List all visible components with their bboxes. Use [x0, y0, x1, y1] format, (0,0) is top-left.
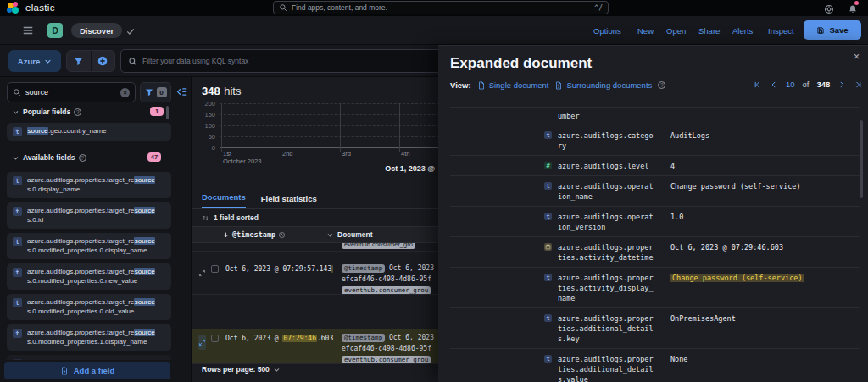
field-search-input[interactable] [25, 88, 102, 97]
row-timestamp: Oct 6, 2023 @ 07:29:57.143 [225, 265, 333, 273]
clear-search-icon[interactable]: × [120, 88, 130, 97]
rows-per-page-button[interactable]: Rows per page: 500 [202, 365, 281, 374]
add-field-button[interactable]: Add a field [4, 362, 170, 379]
popular-fields-header[interactable]: Popular fields ? [12, 108, 81, 116]
field-row-partial[interactable]: umber [450, 108, 860, 125]
tab-field-statistics[interactable]: Field statistics [261, 194, 317, 208]
first-page-icon[interactable] [754, 80, 762, 89]
field-row[interactable]: tazure.auditlogs.properties.additional_d… [450, 308, 860, 349]
next-page-icon[interactable] [837, 80, 846, 89]
field-item[interactable]: t azure.auditlogs.properties.target_reso… [7, 324, 171, 351]
alerts-link[interactable]: Alerts [732, 26, 753, 36]
add-filter-button[interactable] [91, 51, 115, 71]
search-icon [128, 57, 137, 66]
field-value: None [655, 354, 687, 382]
menu-hamburger-icon[interactable] [22, 25, 34, 40]
field-row[interactable]: tazure.auditlogs.operation_name Change p… [450, 176, 860, 207]
document-column-label[interactable]: Document [337, 230, 373, 239]
column-menu-chevron-icon[interactable] [326, 231, 334, 239]
chevron-down-icon [273, 366, 281, 374]
x-axis-line [220, 147, 439, 148]
collapse-sidebar-icon[interactable] [176, 86, 187, 101]
field-name-text: azure.auditlogs.properties.target_re [27, 176, 134, 184]
field-name-text: azure.auditlogs.properties.target_re [27, 298, 134, 306]
row-checkbox[interactable] [211, 265, 219, 273]
new-link[interactable]: New [637, 26, 654, 36]
search-match-highlight: source [27, 127, 48, 135]
field-row[interactable]: #azure.auditlogs.level 4 [450, 156, 860, 176]
field-item-partial[interactable]: t azure.auditlogs.properties.target_r [7, 355, 171, 360]
global-search-input[interactable] [292, 3, 590, 12]
save-button[interactable]: Save [804, 20, 861, 40]
day-gridline [281, 103, 281, 152]
flyout-title: Expanded document [450, 55, 592, 72]
field-item[interactable]: t azure.auditlogs.properties.target_reso… [7, 202, 171, 229]
field-item[interactable]: t azure.auditlogs.properties.target_reso… [7, 263, 171, 290]
expand-row-icon[interactable] [198, 265, 206, 280]
field-row[interactable]: azure.auditlogs.properties.activity_date… [450, 237, 860, 268]
sidebar-scrollbar[interactable] [166, 106, 169, 119]
timestamp-field-badge: @timestamp [342, 264, 385, 273]
string-field-icon: t [13, 237, 22, 246]
space-avatar[interactable]: D [47, 23, 63, 38]
expand-row-icon-active[interactable] [198, 335, 206, 350]
document-icon [477, 81, 486, 90]
field-name-text: azure.auditlogs.properties.target_re [27, 207, 134, 214]
x-axis-sublabel: October 2023 [223, 158, 261, 165]
open-link[interactable]: Open [666, 26, 686, 36]
field-name-text: azure.auditlogs.properties.target_re [27, 268, 134, 275]
global-search[interactable]: ^/ [273, 1, 609, 14]
tab-documents[interactable]: Documents [202, 192, 246, 208]
surrounding-documents-label: Surrounding documents [566, 80, 652, 90]
chevron-down-icon [12, 154, 19, 162]
sorted-fields-button[interactable]: 1 field sorted [202, 213, 259, 222]
table-row-selected[interactable]: Oct 6, 2023 @ 07:29:46.603 @timestamp Oc… [192, 329, 439, 364]
field-row[interactable]: tazure.auditlogs.properties.additional_d… [450, 349, 860, 382]
surrounding-documents-link[interactable]: Surrounding documents [554, 80, 652, 90]
options-link[interactable]: Options [593, 26, 621, 36]
row-checkbox[interactable] [211, 335, 219, 342]
field-row[interactable]: tazure.auditlogs.properties.activity_dis… [450, 268, 860, 308]
close-flyout-icon[interactable]: × [854, 52, 860, 62]
document-fields-table: umber tazure.auditlogs.category AuditLog… [450, 107, 860, 382]
data-view-picker[interactable]: Azure [8, 50, 61, 72]
hits-histogram[interactable]: 200 150 100 50 0 1st October 2023 2nd 3r… [192, 99, 439, 167]
inspect-link[interactable]: Inspect [768, 26, 794, 36]
breadcrumb[interactable]: Discover [71, 23, 122, 38]
sort-desc-arrow-icon [222, 231, 230, 239]
field-filter-button[interactable]: 0 [140, 82, 171, 102]
field-item[interactable]: t azure.auditlogs.properties.target_reso… [7, 294, 171, 320]
flyout-scrollbar[interactable] [860, 120, 863, 198]
filter-funnel-button[interactable] [67, 51, 91, 71]
field-search[interactable]: × [7, 82, 136, 102]
table-row[interactable]: Oct 6, 2023 @ 07:29:57.143 @timestamp Oc… [192, 260, 439, 295]
time-range-label[interactable]: Oct 1, 2023 @ [385, 164, 435, 173]
highlighted-field-value: Change password (self-service) [670, 274, 804, 282]
day-gridline [399, 103, 400, 152]
sorted-fields-label: 1 field sorted [214, 213, 259, 222]
field-row[interactable]: tazure.auditlogs.category AuditLogs [450, 125, 860, 156]
available-fields-header[interactable]: Available fields ? [12, 153, 86, 162]
field-name-text: .geo.country_name [48, 127, 107, 135]
previous-page-icon[interactable] [770, 80, 778, 89]
timestamp-column-header[interactable]: @timestamp [222, 230, 337, 239]
string-field-icon: t [544, 131, 552, 139]
y-axis-tick: 200 [193, 100, 215, 108]
field-name-text: azure.auditlogs.properties.target_re [27, 329, 134, 336]
filter-count-badge: 0 [157, 87, 167, 97]
field-row[interactable]: tazure.auditlogs.operation_version 1.0 [450, 207, 860, 237]
row-timestamp: Oct 6, 2023 @ 07:29:46.603 [225, 335, 333, 342]
last-page-icon[interactable] [854, 80, 862, 89]
search-match-highlight: source [134, 176, 155, 184]
app-header: D Discover Options New Open Share Alerts… [0, 16, 868, 45]
field-item[interactable]: t azure.auditlogs.properties.target_reso… [7, 233, 171, 259]
single-document-link[interactable]: Single document [477, 80, 549, 90]
share-link[interactable]: Share [698, 26, 720, 36]
elastic-logo[interactable]: elastic [7, 2, 55, 14]
gridline [220, 114, 439, 115]
field-item[interactable]: t azure.auditlogs.properties.target_reso… [7, 172, 171, 198]
field-item[interactable]: t source.geo.country_name [7, 123, 171, 141]
gridline [220, 125, 439, 126]
chevron-down-icon [12, 108, 19, 116]
table-row-partial[interactable]: eventhub.consumer_gro [192, 243, 439, 252]
